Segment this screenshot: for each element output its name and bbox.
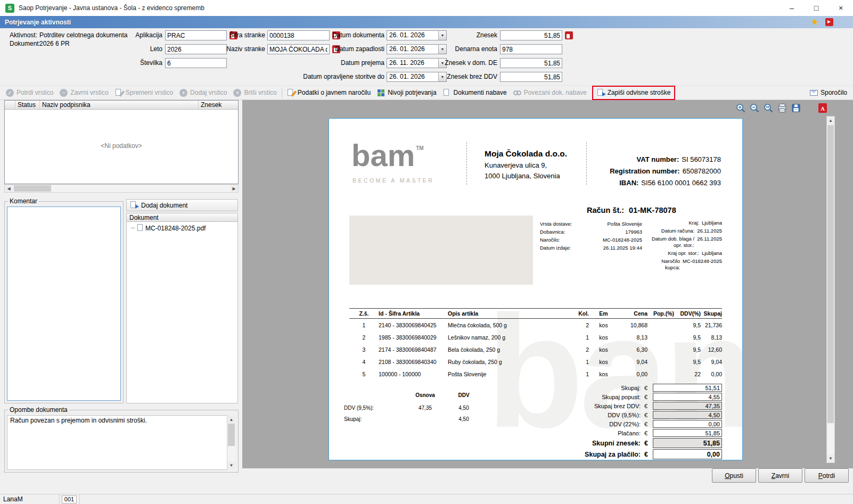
toolbar-item-label: Zapiši odvisne stroške	[608, 89, 671, 96]
toolbar-item-label: Zavrni vrstico	[70, 89, 108, 96]
dodaj-vrstico-button[interactable]: + Dodaj vrstico	[176, 87, 230, 98]
delete-row-icon: ×	[233, 89, 241, 97]
tree-branch	[131, 228, 135, 228]
denarna-enota-input[interactable]	[500, 44, 562, 54]
dokumenti-nabave-button[interactable]: Dokumenti nabave	[440, 87, 510, 98]
app-window: S Saop Potrjevanje - Javna ustanova - Šo…	[0, 0, 853, 504]
scroll-thumb[interactable]	[827, 125, 834, 423]
zavrni-button[interactable]: Zavrni	[758, 468, 802, 483]
total-row: Skupaj brez DDV:€47,35	[553, 401, 722, 410]
scroll-right-icon[interactable]: ▶	[230, 185, 238, 192]
scroll-left-icon[interactable]: ◀	[5, 185, 13, 192]
opusti-button[interactable]: Opusti	[712, 468, 756, 483]
edit-row-icon	[115, 89, 123, 97]
leto-label: Leto	[99, 44, 162, 54]
documents-column-header[interactable]: Dokument	[126, 213, 238, 222]
public-order-icon	[287, 89, 295, 97]
invoice-items-header: Z.š. Id - Šifra Artikla Opis artikla Kol…	[349, 308, 722, 319]
invoice-meta-left: Vrsta dostave:Pošta Slovenije Dobavnica:…	[540, 220, 642, 252]
purchase-documents-icon	[443, 89, 451, 97]
toolbar-item-label: Dodaj vrstico	[190, 89, 227, 96]
aplikacija-label: Aplikacija	[99, 30, 162, 40]
total-row-grand: Skupni znesek:€51,85	[553, 437, 722, 449]
favorite-star-icon[interactable]: ★	[811, 18, 819, 27]
supplier-street: Kunaverjeva ulica 9,	[485, 160, 567, 171]
opombe-input[interactable]: Račun povezan s prejemom in odvisnimi st…	[7, 415, 227, 470]
scroll-track[interactable]	[827, 125, 834, 455]
zapisi-odvisne-stroske-button[interactable]: Zapiši odvisne stroške	[594, 87, 674, 98]
total-row: Plačano:€51,85	[553, 428, 722, 437]
povezani-dok-nabave-button[interactable]: Povezani dok. nabave	[510, 87, 590, 98]
invoice-item-row: 42108 - 3830069840340Ruby čokolada, 250 …	[349, 356, 722, 368]
aktivnost-label: Aktivnost:	[10, 31, 37, 39]
znesek-brez-ddv-input[interactable]	[500, 72, 562, 82]
scroll-up-icon[interactable]: ▲	[827, 117, 834, 125]
scroll-up-icon[interactable]: ▲	[227, 416, 235, 424]
opombe-scrollbar[interactable]: ▲ ▼	[227, 416, 235, 469]
scroll-thumb[interactable]	[228, 424, 235, 446]
dependent-costs-icon	[597, 89, 605, 97]
zavrni-vrstico-button[interactable]: − Zavrni vrstico	[56, 87, 111, 98]
preview-vertical-scrollbar[interactable]: ▲ ▼	[826, 116, 835, 463]
maximize-button[interactable]: □	[804, 0, 829, 16]
znesek-dom-label: Znesek v dom. DE	[427, 58, 497, 68]
invoice-items-table: Z.š. Id - Šifra Artikla Opis artikla Kol…	[349, 308, 722, 380]
sporocilo-button[interactable]: Sporočilo	[807, 87, 850, 98]
signers-col-znesek[interactable]: Znesek	[199, 101, 238, 109]
supplier-city: 1000 Ljubljana, Slovenia	[485, 171, 567, 181]
zoom-100-icon[interactable]: 100	[762, 102, 774, 114]
toolbar-item-label: Spremeni vrstico	[126, 89, 173, 96]
invoice-item-row: 5100000 - 100000Pošta Slovenije1kos0,002…	[349, 368, 722, 380]
pdf-export-icon[interactable]: A	[817, 102, 829, 114]
signers-col-selector[interactable]	[5, 101, 15, 109]
toolbar-item-label: Nivoji potrjevanja	[388, 89, 436, 96]
spremeni-vrstico-button[interactable]: Spremeni vrstico	[112, 87, 176, 98]
minimize-button[interactable]: –	[780, 0, 804, 16]
scroll-down-icon[interactable]: ▼	[227, 461, 235, 469]
scroll-thumb[interactable]	[14, 185, 51, 192]
document-list-item[interactable]: MC-018248-2025.pdf	[127, 222, 237, 232]
stevilka-input[interactable]	[165, 58, 227, 68]
save-icon[interactable]	[790, 102, 802, 114]
document-file-name: MC-018248-2025.pdf	[145, 225, 206, 232]
exit-icon[interactable]	[825, 18, 833, 26]
signers-col-naziv-podpisnika[interactable]: Naziv podpisnika	[40, 101, 199, 109]
close-button[interactable]: ×	[829, 0, 853, 16]
datum-zapadlosti-label: Datum zapadlosti	[288, 44, 384, 54]
nivoji-potrjevanja-button[interactable]: Nivoji potrjevanja	[374, 87, 439, 98]
signers-empty-text: <Ni podatkov>	[5, 142, 238, 150]
window-controls: – □ ×	[780, 0, 853, 16]
status-bar: LanaM 001	[0, 494, 853, 504]
required-flag-icon[interactable]	[565, 31, 573, 39]
toolbar-item-label: Podatki o javnem naročilu	[298, 89, 371, 96]
invoice-vat-summary: Osnova DDV DDV (9,5%): 47,35 4,50 Skupaj…	[344, 392, 482, 427]
scroll-down-icon[interactable]: ▼	[827, 455, 834, 462]
signers-table-header: Status Naziv podpisnika Znesek	[5, 101, 238, 110]
dokument-label: Dokument:	[10, 39, 40, 48]
potrdi-vrstico-button[interactable]: ✓ Potrdi vrstico	[3, 87, 56, 98]
invoice-item-row: 12140 - 3830069840425Mlečna čokolada, 50…	[349, 319, 722, 331]
signers-col-status[interactable]: Status	[15, 101, 40, 109]
znesek-label: Znesek	[427, 30, 497, 40]
brisi-vrstico-button[interactable]: × Briši vrstico	[230, 87, 280, 98]
add-document-icon	[130, 201, 138, 209]
znesek-dom-input[interactable]	[500, 58, 562, 68]
dashed-divider	[586, 142, 587, 185]
zoom-in-icon[interactable]	[735, 102, 747, 114]
sifra-stranke-label: Šifra stranke	[206, 30, 265, 40]
komentar-input[interactable]	[7, 206, 121, 401]
potrdi-button[interactable]: Potrdi	[805, 468, 849, 483]
signers-horizontal-scrollbar[interactable]: ◀ ▶	[4, 184, 239, 193]
zoom-out-icon[interactable]	[749, 102, 760, 114]
svg-text:A: A	[821, 105, 825, 112]
podatki-o-javnem-narocilu-button[interactable]: Podatki o javnem naročilu	[284, 87, 374, 98]
znesek-input[interactable]	[500, 30, 562, 40]
activity-bar-icons: ★	[811, 18, 848, 27]
window-title: Saop Potrjevanje - Javna ustanova - Šola…	[19, 4, 204, 12]
datum-opravljene-label: Datum opravljene storitve do	[288, 72, 384, 82]
total-row: Skupaj:€51,51	[553, 383, 722, 392]
print-icon[interactable]	[776, 102, 788, 114]
add-document-button[interactable]: Dodaj dokument	[126, 199, 238, 211]
scroll-track[interactable]	[13, 185, 230, 192]
scroll-track[interactable]	[227, 424, 235, 461]
